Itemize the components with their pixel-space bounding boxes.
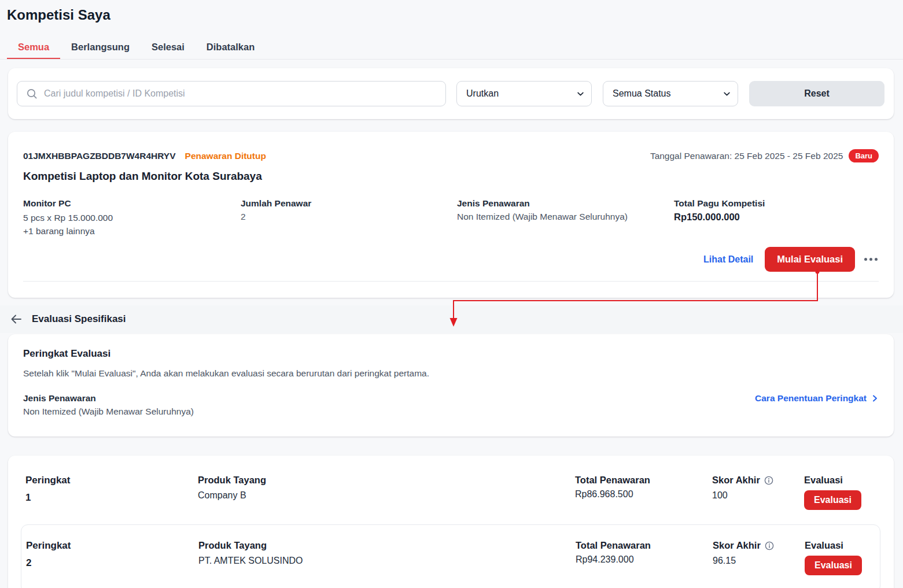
card-divider [23,281,879,282]
chevron-down-icon [577,90,584,98]
sort-select-value: Urutkan [466,88,499,99]
tab-selesai[interactable]: Selesai [141,38,196,60]
info-icon[interactable] [765,541,774,550]
product-label: Produk Tayang [198,540,576,551]
total-label: Total Penawaran [575,475,712,486]
score-label: Skor Akhir [712,475,760,486]
search-box [17,81,446,106]
arrow-left-icon [10,313,23,326]
rank-cell: Peringkat 1 [25,475,198,510]
chevron-right-icon [871,394,879,402]
evaluation-section-header: Evaluasi Spesifikasi [0,305,903,333]
status-select-value: Semua Status [613,88,671,99]
tab-berlangsung[interactable]: Berlangsung [60,38,141,60]
competition-id: 01JMXHBBPAGZBDDB7W4R4HRYV [23,151,176,161]
sort-select[interactable]: Urutkan [456,81,592,106]
chevron-down-icon [723,90,731,98]
evaluate-button[interactable]: Evaluasi [804,490,861,510]
offer-date-range: Tanggal Penawaran: 25 Feb 2025 - 25 Feb … [650,151,843,161]
budget-value: Rp150.000.000 [674,212,879,223]
tab-bar: Semua Berlangsung Selesai Dibatalkan [7,38,266,60]
page-title: Kompetisi Saya [7,7,110,23]
competition-card: 01JMXHBBPAGZBDDB7W4R4HRYV Penawaran Ditu… [8,132,894,298]
score-value: 96.15 [713,556,805,566]
evaluation-cell: Evaluasi Evaluasi [804,475,894,510]
reset-button[interactable]: Reset [749,81,884,106]
ranking-info-description: Setelah klik "Mulai Evaluasi", Anda akan… [23,368,879,379]
offer-type-value: Non Itemized (Wajib Menawar Seluruhnya) [23,406,879,417]
rank-value: 2 [26,557,198,569]
score-cell: Skor Akhir 96.15 [713,540,805,575]
bidders-value: 2 [241,212,457,222]
product-label: Produk Tayang [198,475,575,486]
product-cell: Produk Tayang PT. AMTEK SOLUSINDO [198,540,576,575]
status-select[interactable]: Semua Status [603,81,738,106]
evaluation-title: Evaluasi Spesifikasi [32,313,126,325]
offer-type-label: Jenis Penawaran [457,198,674,209]
budget-summary: Total Pagu Kompetisi Rp150.000.000 [674,198,879,238]
rank-cell: Peringkat 2 [26,540,198,575]
evaluation-label: Evaluasi [805,540,880,551]
item-name: Monitor PC [23,198,241,209]
ranking-method-label: Cara Penentuan Peringkat [755,393,867,404]
filter-bar: Urutkan Semua Status Reset [8,68,894,119]
ranking-info-title: Peringkat Evaluasi [23,348,879,360]
total-cell: Total Penawaran Rp86.968.500 [575,475,712,510]
search-input[interactable] [17,81,446,106]
evaluate-button[interactable]: Evaluasi [805,556,862,575]
competition-details: Monitor PC 5 pcs x Rp 15.000.000 +1 bara… [23,198,879,238]
info-icon[interactable] [764,476,773,485]
competition-header: 01JMXHBBPAGZBDDB7W4R4HRYV Penawaran Ditu… [23,149,879,162]
total-value: Rp94.239.000 [576,554,713,565]
competition-title: Kompetisi Laptop dan Monitor Kota Suraba… [23,170,879,183]
ranking-row: Peringkat 1 Produk Tayang Company B Tota… [8,475,894,510]
ranking-list-card: Peringkat 1 Produk Tayang Company B Tota… [8,456,894,588]
score-cell: Skor Akhir 100 [712,475,804,510]
back-button[interactable] [8,310,25,328]
more-options-button[interactable] [863,254,879,264]
rank-value: 1 [25,492,198,504]
bidders-label: Jumlah Penawar [241,198,457,209]
total-cell: Total Penawaran Rp94.239.000 [576,540,713,575]
ellipsis-icon [864,258,878,261]
evaluation-cell: Evaluasi Evaluasi [805,540,880,575]
tab-dibatalkan[interactable]: Dibatalkan [196,38,266,60]
score-label: Skor Akhir [713,540,761,551]
item-qty-price: 5 pcs x Rp 15.000.000 [23,212,241,224]
tab-semua[interactable]: Semua [7,38,60,60]
offer-type-block: Jenis Penawaran Non Itemized (Wajib Mena… [23,393,879,417]
ranking-row: Peringkat 2 Produk Tayang PT. AMTEK SOLU… [21,540,880,575]
evaluation-label: Evaluasi [804,475,894,486]
item-summary: Monitor PC 5 pcs x Rp 15.000.000 +1 bara… [23,198,241,238]
search-icon [26,88,38,99]
rank-label: Peringkat [26,540,198,552]
tabs-divider [0,59,903,60]
offer-type-value: Non Itemized (Wajib Menawar Seluruhnya) [457,212,674,222]
ranking-row-box: Peringkat 2 Produk Tayang PT. AMTEK SOLU… [21,524,880,588]
ranking-info-card: Peringkat Evaluasi Setelah klik "Mulai E… [8,334,894,437]
rank-label: Peringkat [25,475,198,486]
ranking-method-link[interactable]: Cara Penentuan Peringkat [755,393,879,404]
start-evaluation-button[interactable]: Mulai Evaluasi [765,247,855,272]
total-label: Total Penawaran [576,540,713,551]
budget-label: Total Pagu Kompetisi [674,198,879,209]
new-badge: Baru [849,149,879,162]
bidders-summary: Jumlah Penawar 2 [241,198,457,238]
company-name: PT. AMTEK SOLUSINDO [198,556,576,566]
total-value: Rp86.968.500 [575,489,712,500]
view-detail-link[interactable]: Lihat Detail [703,254,753,265]
product-cell: Produk Tayang Company B [198,475,575,510]
score-value: 100 [712,490,804,501]
offer-type-label: Jenis Penawaran [23,393,879,404]
offer-type-summary: Jenis Penawaran Non Itemized (Wajib Mena… [457,198,674,238]
competition-actions: Lihat Detail Mulai Evaluasi [23,247,879,272]
competition-status: Penawaran Ditutup [185,151,266,161]
company-name: Company B [198,490,575,501]
item-more: +1 barang lainnya [23,225,241,238]
